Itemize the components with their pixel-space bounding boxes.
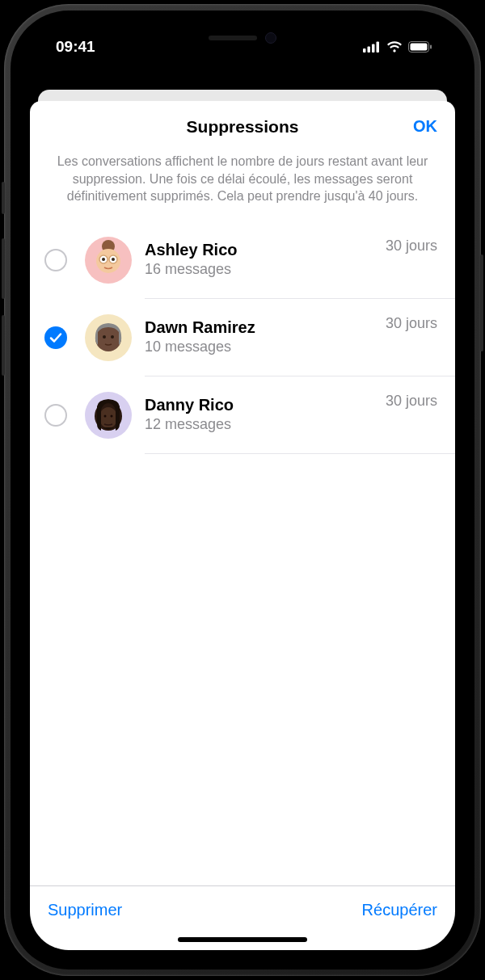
message-count: 16 messages bbox=[145, 261, 237, 278]
row-content: Ashley Rico 16 messages 30 jours bbox=[145, 221, 455, 299]
days-remaining: 30 jours bbox=[386, 238, 437, 254]
silent-switch bbox=[2, 182, 5, 214]
svg-point-11 bbox=[102, 258, 105, 261]
phone-frame: 09:41 Suppressions OK bbox=[4, 4, 481, 976]
select-checkbox[interactable] bbox=[44, 326, 67, 349]
svg-rect-6 bbox=[430, 45, 432, 49]
svg-point-15 bbox=[111, 335, 114, 339]
battery-icon bbox=[408, 41, 432, 53]
contact-name: Danny Rico bbox=[145, 396, 234, 414]
svg-rect-1 bbox=[368, 47, 371, 53]
front-camera bbox=[265, 32, 276, 44]
delete-button[interactable]: Supprimer bbox=[48, 901, 122, 919]
checkmark-icon bbox=[49, 331, 62, 344]
volume-up-button bbox=[2, 238, 5, 299]
row-content: Dawn Ramirez 10 messages 30 jours bbox=[145, 299, 455, 376]
select-checkbox[interactable] bbox=[44, 249, 67, 271]
home-indicator[interactable] bbox=[178, 937, 307, 942]
svg-point-12 bbox=[112, 258, 115, 261]
modal-sheet: Suppressions OK Les conversations affich… bbox=[30, 101, 455, 950]
svg-rect-2 bbox=[372, 44, 375, 53]
avatar bbox=[85, 237, 132, 284]
contact-name: Ashley Rico bbox=[145, 241, 237, 259]
recover-button[interactable]: Récupérer bbox=[362, 901, 437, 919]
speaker-grille bbox=[209, 36, 257, 40]
notch bbox=[170, 23, 315, 53]
svg-rect-0 bbox=[363, 48, 366, 53]
svg-rect-3 bbox=[377, 42, 380, 53]
wifi-icon bbox=[386, 41, 403, 53]
volume-down-button bbox=[2, 315, 5, 376]
conversation-row[interactable]: Danny Rico 12 messages 30 jours bbox=[44, 376, 455, 454]
days-remaining: 30 jours bbox=[386, 315, 437, 332]
done-button[interactable]: OK bbox=[413, 117, 437, 136]
row-content: Danny Rico 12 messages 30 jours bbox=[145, 376, 455, 454]
bottom-toolbar: Supprimer Récupérer bbox=[30, 885, 455, 927]
conversation-list: Ashley Rico 16 messages 30 jours bbox=[30, 221, 455, 885]
phone-bezel: 09:41 Suppressions OK bbox=[11, 11, 474, 969]
conversation-row[interactable]: Dawn Ramirez 10 messages 30 jours bbox=[44, 299, 455, 376]
conversation-row[interactable]: Ashley Rico 16 messages 30 jours bbox=[44, 221, 455, 299]
svg-point-19 bbox=[111, 414, 113, 417]
contact-name: Dawn Ramirez bbox=[145, 318, 255, 337]
sheet-header: Suppressions OK bbox=[30, 101, 455, 148]
memoji-icon bbox=[85, 237, 132, 284]
status-time: 09:41 bbox=[56, 38, 95, 56]
status-icons bbox=[363, 41, 432, 53]
screen: 09:41 Suppressions OK bbox=[23, 23, 462, 957]
description-text: Les conversations affichent le nombre de… bbox=[30, 148, 455, 221]
avatar bbox=[85, 314, 132, 361]
message-count: 10 messages bbox=[145, 339, 255, 355]
svg-point-14 bbox=[103, 335, 106, 339]
avatar bbox=[85, 392, 132, 439]
days-remaining: 30 jours bbox=[386, 393, 437, 410]
svg-point-18 bbox=[104, 414, 107, 417]
svg-rect-5 bbox=[411, 44, 428, 51]
page-title: Suppressions bbox=[48, 117, 437, 137]
memoji-icon bbox=[85, 314, 132, 361]
power-button bbox=[480, 254, 483, 351]
cellular-signal-icon bbox=[363, 41, 381, 53]
select-checkbox[interactable] bbox=[44, 404, 67, 427]
message-count: 12 messages bbox=[145, 416, 234, 433]
memoji-icon bbox=[85, 392, 132, 439]
